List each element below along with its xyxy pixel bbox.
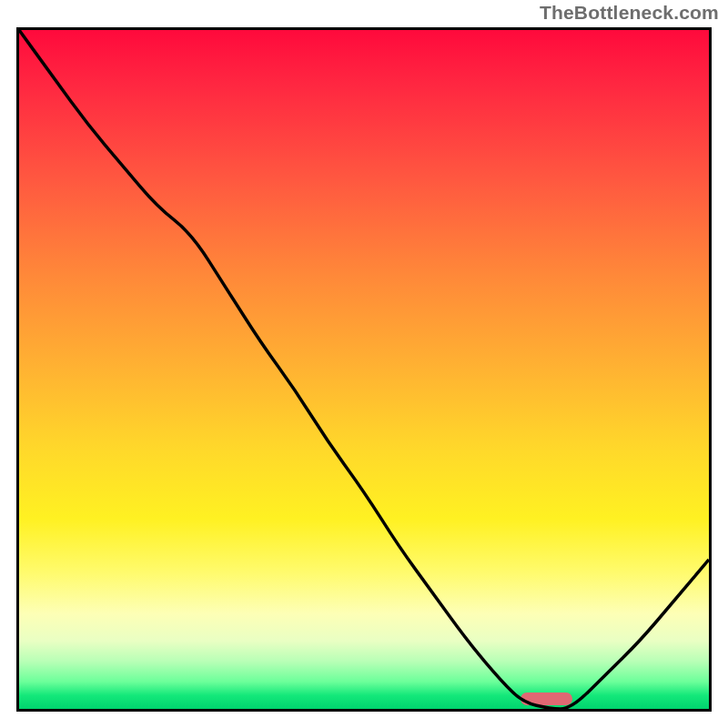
watermark-text: TheBottleneck.com	[540, 2, 719, 24]
plot-area	[16, 27, 712, 712]
bottleneck-curve	[19, 30, 709, 709]
chart-stage: TheBottleneck.com	[0, 0, 728, 728]
